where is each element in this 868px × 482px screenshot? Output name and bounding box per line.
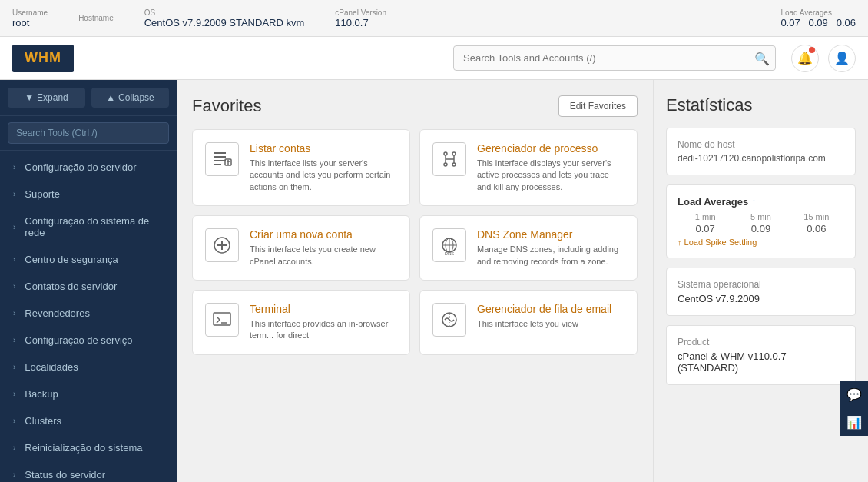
favorite-card[interactable]: DNS DNS Zone Manager Manage DNS zones, i… <box>419 215 638 281</box>
sidebar-item[interactable]: ›Revendedores <box>0 300 177 327</box>
product-card: Product cPanel & WHM v110.0.7 (STANDARD) <box>666 325 856 385</box>
favorite-card-content: Listar contas This interface lists your … <box>250 142 397 193</box>
svg-rect-1 <box>214 156 226 158</box>
favorite-card[interactable]: Criar uma nova conta This interface lets… <box>192 215 410 281</box>
load-averages-info-icon: ↑ <box>751 197 756 208</box>
right-float-buttons: 💬 📊 <box>840 381 868 436</box>
svg-rect-2 <box>214 160 226 161</box>
favorite-card-icon <box>205 142 239 176</box>
main-layout: ▼ Expand ▲ Collapse ›Configuração do ser… <box>0 80 868 482</box>
nav-item-label: Configuração de serviço <box>25 334 132 346</box>
product-card-label: Product <box>678 337 844 347</box>
sidebar-item[interactable]: ›Centro de segurança <box>0 246 177 273</box>
chevron-right-icon: › <box>13 336 15 344</box>
sidebar-search-input[interactable] <box>8 122 169 144</box>
favorite-card-content: Terminal This interface provides an in-b… <box>250 303 397 342</box>
favorite-card-icon <box>205 303 239 337</box>
svg-point-10 <box>452 163 456 166</box>
nav-item-label: Centro de segurança <box>25 254 118 265</box>
load-label-row: 1 min 5 min 15 min <box>678 212 844 221</box>
sidebar-item[interactable]: ›Reinicialização do sistema <box>0 434 177 461</box>
nav-item-label: Localidades <box>25 361 78 373</box>
chevron-right-icon: › <box>13 190 15 198</box>
sidebar-item[interactable]: ›Configuração do sistema de rede <box>0 208 177 246</box>
expand-icon: ▼ <box>25 92 34 103</box>
svg-point-9 <box>444 163 447 166</box>
sidebar-item[interactable]: ›Contatos do servidor <box>0 273 177 300</box>
load-value-row: 0.07 0.09 0.06 <box>678 223 844 234</box>
favorite-card[interactable]: Listar contas This interface lists your … <box>192 129 410 206</box>
nav-item-label: Status do servidor <box>25 469 105 480</box>
sidebar-item[interactable]: ›Configuração do servidor <box>0 154 177 181</box>
sidebar-item[interactable]: ›Status do servidor <box>0 461 177 482</box>
nav-item-label: Backup <box>25 388 58 400</box>
chat-float-button[interactable]: 💬 <box>840 381 868 408</box>
notification-button[interactable]: 🔔 <box>791 45 819 72</box>
collapse-button[interactable]: ▲ Collapse <box>91 88 169 108</box>
hostname-card-value: dedi-10217120.canopolisfloripa.com <box>678 153 844 164</box>
hostname-card: Nome do host dedi-10217120.canopolisflor… <box>666 128 856 175</box>
favorite-card-content: Gerenciador de fila de email This interf… <box>477 303 624 342</box>
svg-rect-0 <box>214 152 226 154</box>
sidebar-item[interactable]: ›Localidades <box>0 354 177 381</box>
load-averages-card: Load Averages ↑ 1 min 5 min 15 min 0.07 … <box>666 184 856 258</box>
sidebar-item[interactable]: ›Suporte <box>0 181 177 208</box>
header-actions: 🔔 👤 <box>791 45 856 72</box>
user-menu-button[interactable]: 👤 <box>828 45 856 72</box>
nav-item-label: Configuração do sistema de rede <box>25 215 166 238</box>
chevron-right-icon: › <box>13 163 15 171</box>
favorite-card-title: Terminal <box>250 303 397 315</box>
chevron-right-icon: › <box>13 223 15 231</box>
stats-title: Estatísticas <box>666 95 856 115</box>
stats-section: Estatísticas Nome do host dedi-10217120.… <box>653 80 868 482</box>
favorite-card-desc: This interface lets you create new cPane… <box>250 244 397 268</box>
chevron-right-icon: › <box>13 444 15 452</box>
chevron-right-icon: › <box>13 282 15 291</box>
load-label: Load Averages <box>780 8 856 17</box>
sidebar-search-container <box>0 116 177 151</box>
sidebar-item[interactable]: ›Backup <box>0 381 177 407</box>
chevron-right-icon: › <box>13 470 15 479</box>
favorite-card[interactable]: Terminal This interface provides an in-b… <box>192 290 410 355</box>
sidebar-item[interactable]: ›Clusters <box>0 407 177 434</box>
search-submit-button[interactable]: 🔍 <box>754 51 770 65</box>
favorite-card-content: Criar uma nova conta This interface lets… <box>250 228 397 268</box>
favorites-grid: Listar contas This interface lists your … <box>192 129 638 355</box>
hostname-info: Hostname <box>78 14 114 22</box>
chevron-right-icon: › <box>13 255 15 264</box>
load-spike-text: ↑ Load Spike Settling <box>678 238 844 247</box>
os-card-label: Sistema operacional <box>678 279 844 290</box>
os-card: Sistema operacional CentOS v7.9.2009 <box>666 268 856 316</box>
favorite-card-icon: DNS <box>432 228 466 262</box>
cpanel-value: 110.0.7 <box>335 17 386 28</box>
hostname-label: Hostname <box>78 14 114 22</box>
hostname-card-label: Nome do host <box>678 139 844 150</box>
chevron-right-icon: › <box>13 417 15 425</box>
os-label: OS <box>144 8 305 17</box>
chart-float-button[interactable]: 📊 <box>840 408 868 436</box>
expand-button[interactable]: ▼ Expand <box>8 88 85 108</box>
favorite-card-title: DNS Zone Manager <box>477 228 624 241</box>
favorites-section: Favorites Edit Favorites Listar contas T… <box>177 80 653 482</box>
load-averages-info: Load Averages 0.07 0.09 0.06 <box>780 8 856 28</box>
favorite-card-desc: This interface lets you view <box>477 318 624 330</box>
nav-item-label: Configuração do servidor <box>25 161 136 173</box>
sidebar-item[interactable]: ›Configuração de serviço <box>0 327 177 354</box>
search-input[interactable] <box>453 45 776 71</box>
favorite-card-desc: This interface displays your server's ac… <box>477 158 624 193</box>
username-value: root <box>12 17 48 28</box>
favorite-card[interactable]: Gerenciador de fila de email This interf… <box>419 290 638 355</box>
chevron-right-icon: › <box>13 390 15 398</box>
favorites-title: Favorites <box>192 96 261 116</box>
favorite-card-content: Gerenciador de processo This interface d… <box>477 142 624 193</box>
search-bar-container: 🔍 <box>453 45 776 71</box>
sidebar-controls: ▼ Expand ▲ Collapse <box>0 80 177 116</box>
notification-badge <box>809 47 815 53</box>
os-value: CentOS v7.9.2009 STANDARD kvm <box>144 17 305 28</box>
favorite-card-icon <box>432 303 466 337</box>
os-card-value: CentOS v7.9.2009 <box>678 293 844 304</box>
top-info-bar: Username root Hostname OS CentOS v7.9.20… <box>0 0 868 37</box>
edit-favorites-button[interactable]: Edit Favorites <box>558 95 638 117</box>
favorite-card-title: Criar uma nova conta <box>250 228 397 241</box>
favorite-card[interactable]: Gerenciador de processo This interface d… <box>419 129 638 206</box>
